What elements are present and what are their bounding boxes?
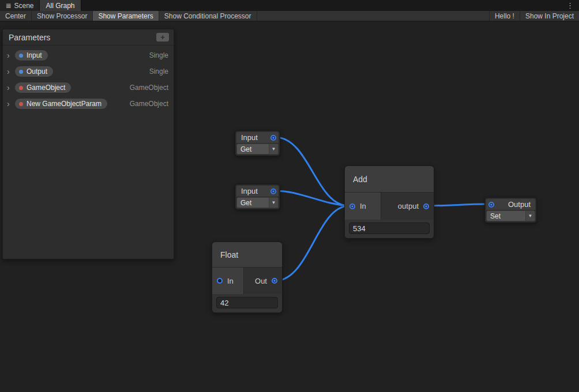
parameter-row-new-gameobjectparam: › New GameObjectParam GameObject xyxy=(3,96,174,112)
port-label: In xyxy=(360,202,366,210)
parameter-type: Single xyxy=(149,51,168,59)
parameter-pill-input[interactable]: Input xyxy=(15,50,48,61)
node-input-2-title: Input xyxy=(236,186,279,197)
chevron-down-icon: ▼ xyxy=(525,211,535,221)
parameters-title: Parameters xyxy=(9,33,156,42)
port-output-in[interactable] xyxy=(488,202,494,208)
add-value-field[interactable] xyxy=(349,223,430,234)
node-add-field-row xyxy=(345,220,434,238)
parameter-name: GameObject xyxy=(27,84,65,92)
input1-mode-dropdown[interactable]: Get ▼ xyxy=(236,144,279,154)
gameobject-type-dot-icon xyxy=(19,86,23,90)
node-input-1[interactable]: Input Get ▼ xyxy=(235,130,280,156)
port-input1-out[interactable] xyxy=(270,135,276,141)
toolbar-button-center[interactable]: Center xyxy=(0,11,32,21)
node-add-header: Add xyxy=(345,166,434,193)
add-output-cell: output xyxy=(381,193,434,220)
toolbar-button-show-parameters[interactable]: Show Parameters xyxy=(93,11,159,21)
grid-icon: ▦ xyxy=(6,3,11,9)
parameter-row-output: › Output Single xyxy=(3,63,174,80)
parameter-name: Output xyxy=(27,67,47,76)
toolbar-spacer xyxy=(257,11,489,21)
node-output[interactable]: Output Set ▼ xyxy=(484,197,537,223)
input2-mode-dropdown[interactable]: Get ▼ xyxy=(236,197,279,208)
dropdown-value: Get xyxy=(240,145,251,153)
node-title: Float xyxy=(220,250,238,259)
parameter-pill-new-gameobjectparam[interactable]: New GameObjectParam xyxy=(15,99,107,109)
node-input-2[interactable]: Input Get ▼ xyxy=(235,184,280,210)
foldout-chevron-icon[interactable]: › xyxy=(7,84,15,92)
foldout-chevron-icon[interactable]: › xyxy=(7,51,15,59)
toolbar-button-hello[interactable]: Hello ! xyxy=(489,11,520,21)
chevron-down-icon: ▼ xyxy=(269,198,278,208)
float-in-cell: In xyxy=(212,267,244,294)
float-out-cell: Out xyxy=(244,267,282,294)
parameters-header: Parameters + xyxy=(3,29,174,46)
add-in-cell: In xyxy=(345,193,381,220)
port-add-output[interactable] xyxy=(423,203,429,209)
foldout-chevron-icon[interactable]: › xyxy=(7,67,15,76)
port-label: Out xyxy=(255,277,267,285)
node-output-title: Output xyxy=(486,199,535,210)
toolbar-button-show-conditional-processor[interactable]: Show Conditional Processor xyxy=(159,11,257,21)
parameter-name: New GameObjectParam xyxy=(27,100,101,108)
single-type-dot-icon xyxy=(19,70,23,74)
tab-all-graph-label: All Graph xyxy=(46,2,74,10)
parameter-type: GameObject xyxy=(130,84,168,92)
tab-scene[interactable]: ▦ Scene xyxy=(0,0,40,11)
toolbar-button-show-processor[interactable]: Show Processor xyxy=(32,11,93,21)
node-title: Input xyxy=(241,133,258,142)
output-mode-dropdown[interactable]: Set ▼ xyxy=(486,210,535,221)
node-float-header: Float xyxy=(212,242,282,267)
port-add-in[interactable] xyxy=(349,203,355,209)
node-add-ports: In output xyxy=(345,193,434,220)
float-value-field[interactable] xyxy=(216,297,278,308)
single-type-dot-icon xyxy=(19,54,23,58)
node-title: Input xyxy=(241,187,258,195)
parameter-name: Input xyxy=(27,51,42,59)
tab-bar: ▦ Scene All Graph ⋮ xyxy=(0,0,579,11)
parameter-row-gameobject: › GameObject GameObject xyxy=(3,80,174,96)
graph-toolbar: Center Show Processor Show Parameters Sh… xyxy=(0,11,579,21)
parameters-list: › Input Single › Output Single › xyxy=(3,46,174,112)
chevron-down-icon: ▼ xyxy=(269,144,278,154)
dropdown-value: Get xyxy=(240,199,251,207)
parameter-pill-output[interactable]: Output xyxy=(15,66,53,77)
node-float[interactable]: Float In Out xyxy=(212,242,283,313)
parameters-panel: Parameters + › Input Single › Output Sin… xyxy=(2,29,174,259)
dropdown-value: Set xyxy=(490,212,501,220)
tab-scene-label: Scene xyxy=(14,2,33,10)
port-float-out[interactable] xyxy=(272,278,277,284)
unity-graph-window: ▦ Scene All Graph ⋮ Center Show Processo… xyxy=(0,0,579,392)
node-title: Add xyxy=(353,175,367,184)
toolbar-button-show-in-project[interactable]: Show In Project xyxy=(520,11,579,21)
node-title: Output xyxy=(508,200,531,209)
tab-all-graph[interactable]: All Graph xyxy=(40,0,81,11)
foldout-chevron-icon[interactable]: › xyxy=(7,100,15,108)
parameter-pill-gameobject[interactable]: GameObject xyxy=(15,82,71,93)
node-add[interactable]: Add In output xyxy=(344,165,434,239)
parameter-type: GameObject xyxy=(130,100,168,108)
parameter-row-input: › Input Single xyxy=(3,47,174,63)
port-float-in[interactable] xyxy=(217,278,223,284)
gameobject-type-dot-icon xyxy=(19,102,23,106)
node-float-field-row xyxy=(212,294,282,312)
add-parameter-button[interactable]: + xyxy=(156,33,169,42)
port-label: In xyxy=(227,277,234,285)
node-input-1-title: Input xyxy=(236,132,279,143)
kebab-menu-icon[interactable]: ⋮ xyxy=(561,0,579,11)
port-input2-out[interactable] xyxy=(270,189,276,194)
parameter-type: Single xyxy=(149,67,168,76)
port-label: output xyxy=(398,202,419,210)
node-float-ports: In Out xyxy=(212,267,282,294)
